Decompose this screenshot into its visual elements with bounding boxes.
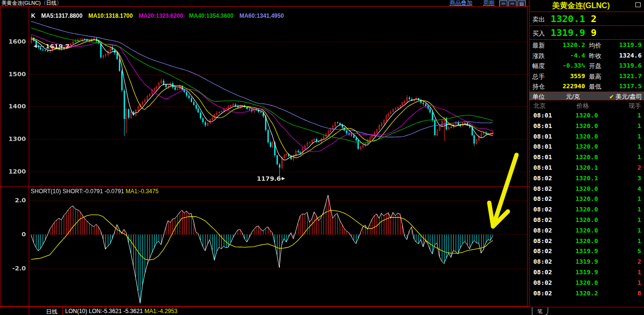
stat-l2: 开盘 [589, 62, 601, 70]
trade-qty: 1 [637, 195, 641, 202]
trade-time: 08:01 [533, 153, 552, 161]
lon-values: LON(10) LON:-5.3621 -5.3621 [65, 308, 143, 315]
trade-time: 08:01 [533, 122, 552, 129]
main-chart-canvas[interactable] [0, 6, 529, 307]
trade-time: 08:01 [533, 164, 552, 171]
bid-row[interactable]: 买入 1319.9 9 [529, 26, 644, 40]
stat-row: 总手3559最高1321.7 [529, 71, 644, 82]
lon-ma1-value: MA1:-4.2953 [144, 308, 177, 315]
trade-row: 08:021320.13 [529, 173, 644, 184]
trade-row: 08:011320.01 [529, 131, 644, 142]
trade-qty: 1 [637, 279, 641, 286]
trade-row: 08:021319.91 [529, 267, 644, 278]
check-icon: ✔ [609, 93, 614, 100]
col-qty: 现手 [629, 102, 641, 110]
trade-time: 08:02 [533, 185, 552, 192]
trade-qty: 5 [637, 247, 641, 255]
stat-l1: 最新 [532, 41, 545, 50]
short-ma1-value: MA1:-0.3475 [126, 188, 159, 195]
trade-qty: 1 [637, 112, 641, 119]
trade-qty: 2 [637, 164, 641, 171]
trade-price: 1320.0 [575, 227, 598, 234]
oscillator-label: SHORT(10) SHORT:-0.0791 -0.0791 MA1:-0.3… [31, 188, 159, 195]
k-label: K [31, 12, 35, 19]
trade-time: 08:02 [533, 195, 552, 202]
trade-time: 08:02 [533, 279, 552, 286]
trade-row: 08:011320.01 [529, 152, 644, 163]
stat-v2: 1319.9 [610, 41, 642, 48]
trade-row: 08:021320.04 [529, 184, 644, 194]
trade-row: 08:011320.01 [529, 110, 644, 121]
trade-price: 1320.0 [575, 206, 598, 213]
trade-qty: 1 [637, 122, 641, 129]
trade-qty: 1 [637, 206, 641, 213]
trade-price: 1320.0 [575, 143, 598, 150]
trade-qty: 1 [637, 237, 641, 245]
trade-qty: 1 [637, 216, 641, 223]
quote-panel-header: 美黄金连(GLNC) [529, 0, 644, 12]
trade-row: 08:021320.01 [529, 225, 644, 236]
trade-qty: 4 [637, 185, 641, 192]
trade-price: 1320.0 [575, 122, 598, 129]
status-divider [29, 307, 29, 315]
trade-row: 08:011320.01 [529, 141, 644, 152]
trade-price: 1320.0 [575, 216, 598, 223]
contract-title: 美黄金连(GLNC) [529, 1, 632, 11]
trade-qty: 3 [637, 175, 641, 182]
restore-window-icon[interactable] [635, 2, 641, 7]
bid-label: 买入 [532, 29, 545, 38]
stat-row: 涨跌-4.4昨收1324.6 [529, 50, 644, 61]
stat-v1: -4.4 [553, 52, 585, 59]
trade-price: 1320.0 [575, 237, 598, 245]
stat-v1: -0.33% [553, 62, 585, 69]
trade-price: 1320.0 [575, 153, 598, 161]
stat-l1: 幅度 [532, 62, 545, 70]
lon-indicator-values: LON(10) LON:-5.3621 -5.3621 MA1:-4.2953 [65, 308, 177, 315]
status-divider [62, 307, 63, 315]
tab-pen[interactable]: 笔 [532, 307, 548, 315]
trade-qty: 2 [637, 258, 641, 265]
trade-qty: 8 [637, 290, 641, 297]
trade-price: 1320.2 [575, 290, 598, 297]
stat-v2: 1324.6 [610, 52, 642, 59]
trade-price: 1320.1 [575, 164, 598, 171]
trade-price: 1319.9 [575, 258, 598, 265]
ask-row[interactable]: 卖出 1320.1 2 [529, 12, 644, 26]
trade-price: 1319.9 [575, 247, 598, 255]
trade-time: 08:02 [533, 216, 552, 223]
trade-time: 08:01 [533, 143, 552, 150]
trade-price: 1320.0 [575, 195, 598, 202]
trade-qty: 1 [637, 268, 641, 276]
trade-row: 08:021320.01 [529, 215, 644, 225]
overlay-commodity-link[interactable]: 商品叠加 [449, 0, 472, 6]
trade-row: 08:021320.01 [529, 236, 644, 246]
ma5-label: MA5:1317.8800 [41, 12, 82, 19]
trade-qty: 1 [637, 153, 641, 161]
time-and-sales-list: 08:011320.0108:011320.0108:011320.0108:0… [529, 110, 644, 307]
trade-time: 08:02 [533, 175, 552, 182]
col-price: 价格 [576, 102, 589, 110]
unit-usd-oz-label: 美元/盎司 [615, 93, 642, 100]
bid-price: 1319.9 [551, 27, 585, 38]
trade-price: 1319.9 [575, 268, 598, 276]
period-link[interactable]: 周期 [483, 0, 494, 6]
trades-header: 北京 价格 现手 [529, 100, 644, 110]
quote-panel: 美黄金连(GLNC) 卖出 1320.1 2 买入 1319.9 9 最新132… [529, 0, 644, 315]
short-indicator-values: SHORT(10) SHORT:-0.0791 -0.0791 [31, 188, 124, 195]
trade-row: 08:011320.12 [529, 163, 644, 173]
trading-terminal: 美黄金连(GLNC)〈日线〉 商品叠加 周期 ⇦ ⇨ ▤ K MA5:1317.… [0, 0, 644, 315]
stat-l2: 最低 [589, 82, 601, 91]
trade-price: 1320.1 [575, 175, 598, 182]
trade-qty: 1 [637, 227, 641, 234]
period-badge[interactable]: 日线 [46, 308, 58, 315]
trade-row: 08:021320.01 [529, 278, 644, 288]
ma-indicator-bar: K MA5:1317.8800 MA10:1318.1700 MA20:1323… [31, 12, 288, 19]
trade-qty: 1 [637, 133, 641, 140]
trade-price: 1320.0 [575, 185, 598, 192]
trade-row: 08:021319.92 [529, 257, 644, 267]
ma10-label: MA10:1318.1700 [88, 12, 133, 19]
trade-row: 08:021320.01 [529, 194, 644, 204]
trade-price: 1320.0 [575, 279, 598, 286]
ask-label: 卖出 [532, 15, 545, 24]
title-bar: 美黄金连(GLNC)〈日线〉 商品叠加 周期 ⇦ ⇨ ▤ [0, 0, 529, 7]
